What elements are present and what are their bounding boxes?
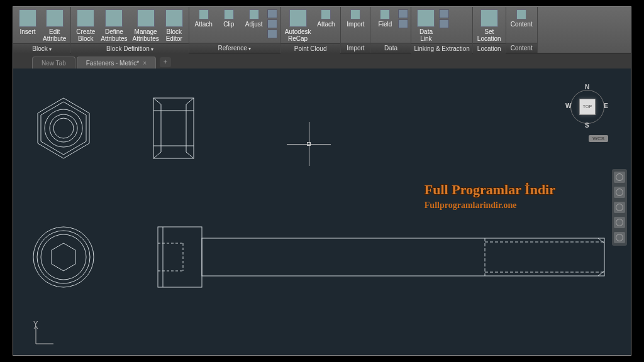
svg-rect-14 [158,227,202,287]
ribbon-icon [165,9,183,27]
navigation-bar [612,169,627,246]
svg-point-4 [53,118,74,138]
ribbon-small-icon[interactable] [439,9,449,18]
viewcube-north[interactable]: N [585,84,589,90]
ribbon-panel-title[interactable]: Data [370,43,411,53]
ribbon-btn-data-link[interactable]: DataLink [414,8,438,43]
ribbon-btn-label: EditAttribute [43,28,66,42]
ribbon-btn-label: CreateBlock [76,28,95,42]
ribbon-icon [224,9,234,19]
wcs-button[interactable]: WCS [589,135,608,142]
add-tab-button[interactable]: + [160,57,171,67]
ribbon-btn-import[interactable]: Import [343,8,367,29]
ribbon-panel-title[interactable]: Reference [189,43,280,53]
ribbon-panel-title[interactable]: Block [13,43,70,53]
nav-showmotion-button[interactable] [614,232,625,243]
svg-point-2 [45,109,82,147]
ribbon-btn-attach[interactable]: Attach [314,8,338,29]
ribbon-btn-label: Adjust [245,21,263,28]
nav-pan-button[interactable] [614,187,625,198]
ribbon-small-icon[interactable] [267,9,277,18]
ribbon-icon [350,9,360,19]
ribbon-icon [289,9,307,27]
ribbon-small-icon[interactable] [398,9,408,18]
ribbon-btn-set-location[interactable]: SetLocation [475,8,503,43]
ribbon-btn-define-attributes[interactable]: DefineAttributes [99,8,129,43]
ribbon-panel-title[interactable]: Location [473,43,506,53]
ribbon-panel-import: ImportImport [341,7,370,53]
svg-rect-5 [153,98,194,158]
ribbon-panel-block: InsertEditAttributeBlock [13,7,71,53]
nav-wheel-button[interactable] [614,172,625,183]
ribbon-btn-label: BlockEditor [166,28,182,42]
ribbon-icon [77,9,94,27]
ribbon-icon [321,9,331,19]
ribbon-panel-title[interactable]: Linking & Extraction [411,43,472,53]
ribbon-panel-title[interactable]: Content [506,43,537,53]
ribbon-panel-data: FieldData [370,7,411,53]
ribbon-btn-field[interactable]: Field [373,8,397,29]
ribbon-icon [105,9,123,27]
ribbon-icon [417,9,435,27]
ribbon-btn-label: SetLocation [477,28,501,42]
ribbon-small-icon[interactable] [267,30,277,38]
ribbon-btn-manage-attributes[interactable]: ManageAttributes [131,8,161,43]
ribbon-btn-label: Attach [317,21,335,28]
ribbon-icon [516,9,526,19]
ribbon-btn-label: AutodeskReCap [285,28,311,42]
ucs-icon[interactable]: Y [32,322,57,349]
watermark: Full Programlar İndir Fullprogramlarindi… [425,182,555,211]
ribbon-panel-title[interactable]: Point Cloud [280,43,341,53]
watermark-title: Full Programlar İndir [425,182,555,198]
ribbon-icon [380,9,390,19]
ribbon-btn-label: Insert [19,28,35,35]
ribbon-btn-create-block[interactable]: CreateBlock [74,8,97,43]
svg-point-12 [41,234,86,280]
ribbon-btn-label: Content [511,21,533,28]
ribbon-panel-linking-extraction: DataLinkLinking & Extraction [411,7,472,53]
svg-marker-0 [38,98,89,158]
ribbon-panel-title[interactable]: Import [341,43,370,53]
ribbon-btn-clip[interactable]: Clip [217,8,241,29]
svg-marker-13 [52,243,75,271]
ribbon-small-icon[interactable] [267,19,277,28]
ribbon-panel-location: SetLocationLocation [473,7,506,53]
ribbon-icon [199,9,209,19]
ribbon-panel-reference: AttachClipAdjustReference [189,7,280,53]
nav-zoom-button[interactable] [614,202,625,213]
ribbon-btn-label: DataLink [419,28,433,42]
svg-line-23 [598,238,604,243]
viewcube-west[interactable]: W [565,102,571,109]
ribbon-icon [46,9,64,27]
svg-line-24 [598,271,604,276]
ribbon-btn-adjust[interactable]: Adjust [242,8,266,29]
ribbon-panel-title[interactable]: Block Definition [71,43,189,53]
ribbon-btn-label: Import [347,21,364,28]
svg-point-11 [37,231,90,283]
ribbon-btn-insert[interactable]: Insert [16,8,40,36]
ribbon-btn-attach[interactable]: Attach [192,8,216,29]
ribbon-btn-block-editor[interactable]: BlockEditor [162,8,186,43]
ribbon-icon [19,9,36,27]
viewcube-top-face[interactable]: TOP [579,99,596,115]
ribbon-btn-edit-attribute[interactable]: EditAttribute [41,8,68,43]
ribbon-btn-autodesk-recap[interactable]: AutodeskReCap [283,8,313,43]
svg-point-3 [50,114,77,142]
tab-fasteners[interactable]: Fasteners - Metric*× [77,57,156,69]
svg-rect-19 [202,238,604,276]
ribbon-btn-label: Attach [195,21,213,28]
viewcube-east[interactable]: E [604,102,608,109]
ribbon-panel-point-cloud: AutodeskReCapAttachPoint Cloud [280,7,341,53]
drawing-canvas[interactable]: TOP N S E W WCS Full Programlar İndir Fu… [13,69,631,355]
ribbon-icon [137,9,155,27]
ribbon-small-icon[interactable] [439,19,449,28]
svg-point-10 [33,227,94,287]
ribbon: InsertEditAttributeBlockCreateBlockDefin… [13,7,631,53]
view-cube[interactable]: TOP N S E W [562,81,612,131]
ribbon-btn-content[interactable]: Content [509,8,535,29]
nav-orbit-button[interactable] [614,217,625,228]
viewcube-south[interactable]: S [585,122,589,129]
tab-new[interactable]: New Tab [32,57,75,69]
ribbon-small-icon[interactable] [398,19,408,28]
close-icon[interactable]: × [143,60,147,67]
